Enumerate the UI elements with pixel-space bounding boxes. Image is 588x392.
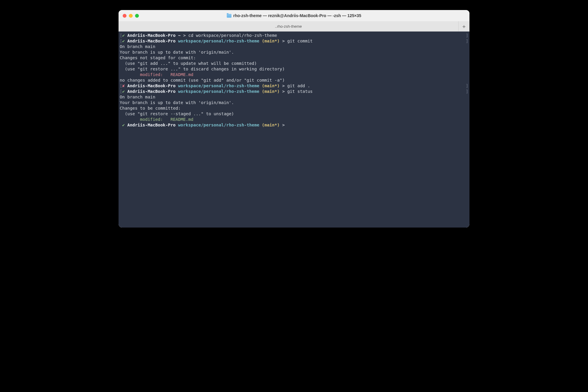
close-button[interactable] [123, 14, 127, 18]
titlebar: rho-zsh-theme — reznik@Andriis-MacBook-P… [119, 10, 469, 21]
output-line: no changes added to commit (use "git add… [120, 78, 468, 83]
output-line: modified: README.md [120, 72, 468, 78]
prompt-line: [✔ Andriis-MacBook-Pro ~ > cd workspace/… [120, 33, 468, 38]
new-tab-button[interactable]: + [458, 21, 469, 32]
output-line: On branch main [120, 44, 468, 50]
prompt-line: [✔ Andriis-MacBook-Pro workspace/persona… [120, 89, 468, 94]
minimize-button[interactable] [129, 14, 133, 18]
output-line: On branch main [120, 94, 468, 100]
output-line: Your branch is up to date with 'origin/m… [120, 50, 468, 55]
terminal-window: rho-zsh-theme — reznik@Andriis-MacBook-P… [119, 10, 469, 228]
output-line: Changes not staged for commit: [120, 55, 468, 61]
traffic-lights [123, 14, 139, 18]
tab-title[interactable]: ..rho-zsh-theme [119, 24, 458, 29]
tab-bar: ..rho-zsh-theme + [119, 21, 469, 32]
maximize-button[interactable] [135, 14, 139, 18]
terminal-content[interactable]: [✔ Andriis-MacBook-Pro ~ > cd workspace/… [119, 32, 469, 228]
prompt-line: ✔ Andriis-MacBook-Pro workspace/personal… [120, 122, 468, 128]
output-line: (use "git restore --staged ..." to unsta… [120, 111, 468, 117]
output-line: (use "git add ..." to update what will b… [120, 61, 468, 66]
prompt-line: [✔ Andriis-MacBook-Pro workspace/persona… [120, 38, 468, 44]
output-line: modified: README.md [120, 117, 468, 122]
window-title: rho-zsh-theme — reznik@Andriis-MacBook-P… [227, 13, 361, 18]
output-line: (use "git restore ..." to discard change… [120, 66, 468, 72]
folder-icon [227, 14, 231, 18]
output-line: Changes to be committed: [120, 106, 468, 111]
prompt-line: [✘ Andriis-MacBook-Pro workspace/persona… [120, 83, 468, 89]
output-line: Your branch is up to date with 'origin/m… [120, 100, 468, 106]
window-title-text: rho-zsh-theme — reznik@Andriis-MacBook-P… [233, 13, 361, 18]
